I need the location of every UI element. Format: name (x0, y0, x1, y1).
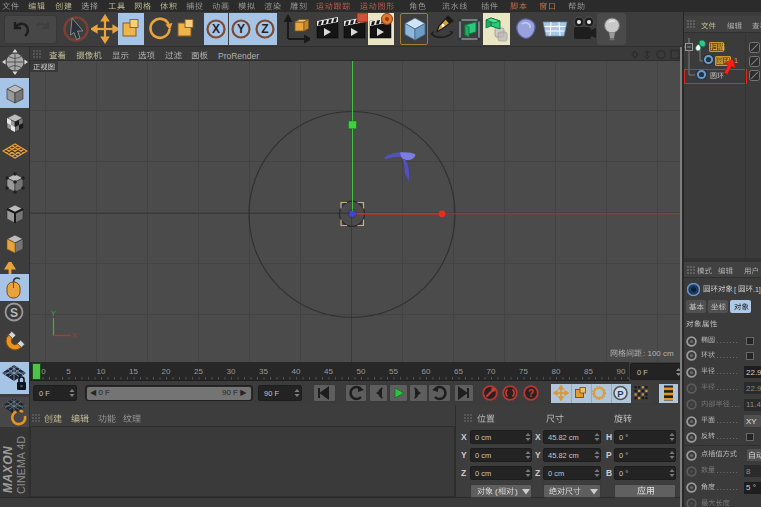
svg-text:45: 45 (324, 367, 333, 376)
svg-text:75: 75 (519, 367, 528, 376)
svg-text:MAXON: MAXON (1, 446, 15, 493)
svg-text:30: 30 (227, 367, 236, 376)
svg-text:40: 40 (292, 367, 301, 376)
svg-text:?: ? (527, 388, 533, 399)
svg-text:P: P (617, 388, 624, 399)
svg-text:15: 15 (129, 367, 138, 376)
svg-text:10: 10 (97, 367, 106, 376)
svg-text:5: 5 (66, 367, 71, 376)
svg-text:25: 25 (194, 367, 203, 376)
svg-text:85: 85 (584, 367, 593, 376)
svg-text:Y: Y (237, 22, 245, 36)
svg-text:65: 65 (454, 367, 463, 376)
svg-text:Y: Y (51, 310, 56, 317)
svg-text:X: X (212, 22, 220, 36)
svg-text:80: 80 (552, 367, 561, 376)
svg-text:20: 20 (162, 367, 171, 376)
svg-text:60: 60 (422, 367, 431, 376)
svg-text:Z: Z (262, 22, 269, 36)
svg-text:0: 0 (41, 367, 46, 376)
svg-text:CINEMA 4D: CINEMA 4D (15, 435, 27, 494)
svg-text:55: 55 (389, 367, 398, 376)
svg-text:35: 35 (259, 367, 268, 376)
svg-text:50: 50 (357, 367, 366, 376)
svg-text:S: S (10, 306, 18, 320)
svg-text:70: 70 (487, 367, 496, 376)
svg-text:X: X (72, 332, 77, 339)
svg-text:90: 90 (617, 367, 626, 376)
